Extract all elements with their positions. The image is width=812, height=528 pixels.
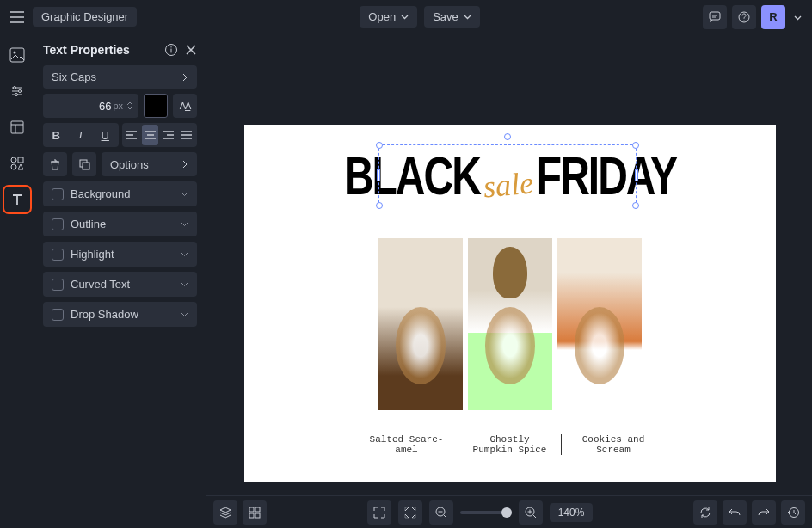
- svg-rect-15: [255, 507, 260, 512]
- chevron-right-icon: [181, 73, 188, 82]
- chevron-down-icon: [181, 222, 188, 227]
- redo-icon: [757, 506, 771, 519]
- font-size-input[interactable]: 66px: [43, 94, 138, 118]
- svg-rect-2: [10, 48, 24, 62]
- caption-1[interactable]: Salted Scare-amel: [355, 434, 458, 455]
- redo-button[interactable]: [752, 500, 776, 525]
- background-accordion[interactable]: Background: [43, 181, 197, 206]
- help-button[interactable]: [732, 5, 756, 29]
- image-tool[interactable]: [5, 43, 29, 67]
- layers-button[interactable]: [213, 500, 237, 525]
- highlight-checkbox[interactable]: [52, 249, 64, 261]
- resize-handle-tl[interactable]: [376, 142, 383, 149]
- resize-handle-br[interactable]: [632, 202, 639, 209]
- fit-button[interactable]: [398, 500, 422, 525]
- chevron-down-icon: [181, 282, 188, 287]
- canvas-area[interactable]: BLACK sale FRIDAY Salted Scare-amel Ghos…: [206, 34, 812, 495]
- duplicate-button[interactable]: [72, 152, 96, 176]
- highlight-accordion[interactable]: Highlight: [43, 242, 197, 267]
- zoom-in-button[interactable]: [519, 500, 543, 525]
- comment-button[interactable]: [703, 5, 727, 29]
- resize-handle-r[interactable]: [635, 169, 638, 181]
- delete-button[interactable]: [43, 152, 67, 176]
- background-checkbox[interactable]: [52, 188, 64, 200]
- outline-accordion[interactable]: Outline: [43, 212, 197, 236]
- template-icon: [9, 120, 25, 135]
- fit-icon: [404, 507, 416, 519]
- italic-button[interactable]: I: [70, 125, 93, 145]
- stepper-down-icon[interactable]: [126, 106, 133, 111]
- font-size-unit: px: [113, 101, 123, 111]
- align-justify-button[interactable]: [179, 125, 195, 145]
- zoom-slider[interactable]: [460, 511, 512, 514]
- text-tool[interactable]: [5, 187, 29, 212]
- history-button[interactable]: [781, 500, 805, 525]
- chevron-down-icon: [181, 312, 188, 317]
- panel-header: Text Properties: [43, 43, 197, 57]
- photo-1[interactable]: [378, 238, 463, 410]
- zoom-slider-thumb[interactable]: [501, 507, 512, 518]
- hamburger-menu-button[interactable]: [7, 7, 28, 28]
- bold-button[interactable]: B: [45, 125, 68, 145]
- fullscreen-button[interactable]: [367, 500, 391, 525]
- selection-box[interactable]: [378, 144, 637, 206]
- caption-2[interactable]: Ghostly Pumpkin Spice: [458, 434, 562, 455]
- sync-button[interactable]: [693, 500, 717, 525]
- rotate-handle[interactable]: [504, 133, 511, 140]
- options-button[interactable]: Options: [102, 152, 197, 176]
- layers-icon: [218, 506, 232, 519]
- curved-text-accordion[interactable]: Curved Text: [43, 272, 197, 297]
- align-center-icon: [145, 130, 157, 140]
- zoom-in-icon: [524, 506, 538, 519]
- resize-handle-tr[interactable]: [632, 142, 639, 149]
- grid-icon: [248, 506, 261, 519]
- trash-icon: [49, 158, 61, 170]
- curved-text-checkbox[interactable]: [52, 279, 64, 291]
- zoom-percent[interactable]: 140%: [550, 503, 594, 522]
- photo-2[interactable]: [468, 238, 552, 410]
- drop-shadow-accordion[interactable]: Drop Shadow: [43, 302, 197, 327]
- user-menu-chevron[interactable]: [790, 10, 805, 23]
- duplicate-icon: [78, 158, 90, 170]
- font-family-select[interactable]: Six Caps: [43, 65, 197, 89]
- svg-point-8: [11, 157, 16, 163]
- svg-point-4: [13, 87, 15, 89]
- info-icon[interactable]: [164, 43, 178, 57]
- caption-3[interactable]: Cookies and Scream: [562, 434, 665, 455]
- help-icon: [737, 10, 751, 24]
- properties-panel: Text Properties Six Caps 66px AA: [34, 34, 206, 495]
- close-icon[interactable]: [185, 44, 197, 56]
- outline-checkbox[interactable]: [52, 218, 64, 230]
- resize-handle-bl[interactable]: [376, 202, 383, 209]
- underline-button[interactable]: U: [94, 125, 117, 145]
- grid-button[interactable]: [243, 500, 267, 525]
- options-label: Options: [110, 158, 149, 171]
- image-icon: [9, 47, 25, 63]
- text-case-button[interactable]: AA: [173, 94, 197, 118]
- svg-point-10: [11, 164, 16, 169]
- template-tool[interactable]: [5, 115, 29, 139]
- save-button[interactable]: Save: [424, 6, 480, 28]
- shapes-tool[interactable]: [5, 151, 29, 175]
- drop-shadow-checkbox[interactable]: [52, 309, 64, 321]
- align-center-button[interactable]: [142, 125, 158, 145]
- text-icon: [9, 192, 25, 207]
- captions: Salted Scare-amel Ghostly Pumpkin Spice …: [244, 434, 776, 455]
- save-button-label: Save: [433, 10, 458, 23]
- chevron-down-icon: [794, 15, 802, 21]
- zoom-out-button[interactable]: [429, 500, 453, 525]
- svg-point-6: [15, 94, 17, 96]
- align-left-button[interactable]: [124, 125, 140, 145]
- resize-handle-l[interactable]: [377, 169, 380, 181]
- photo-3[interactable]: [557, 238, 642, 410]
- zoom-out-icon: [434, 506, 448, 519]
- user-avatar[interactable]: R: [761, 5, 785, 29]
- open-button[interactable]: Open: [360, 6, 417, 28]
- adjust-tool[interactable]: [5, 79, 29, 103]
- svg-rect-16: [249, 513, 254, 518]
- shapes-icon: [9, 156, 25, 171]
- undo-button[interactable]: [723, 500, 747, 525]
- align-right-button[interactable]: [160, 125, 176, 145]
- text-color-swatch[interactable]: [144, 94, 168, 118]
- app-title: Graphic Designer: [33, 7, 137, 27]
